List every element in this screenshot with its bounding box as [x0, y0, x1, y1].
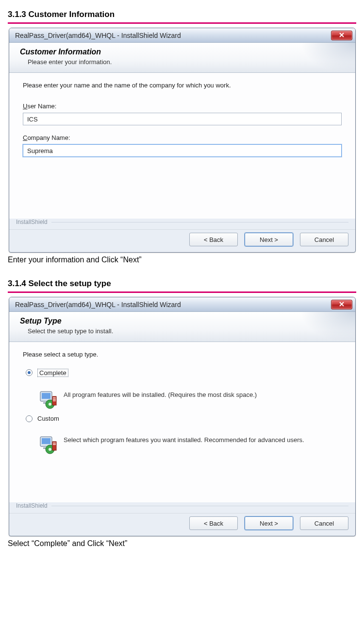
next-button[interactable]: Next >	[245, 516, 293, 530]
close-button[interactable]	[331, 31, 352, 40]
dialog-header-subtitle: Please enter your information.	[28, 58, 346, 66]
company-name-input[interactable]	[23, 144, 342, 157]
instruction-text: Please enter your name and the name of t…	[23, 82, 342, 89]
option-complete-description: All program features will be installed. …	[64, 390, 257, 410]
button-bar: < Back Next > Cancel	[9, 229, 355, 252]
section-heading-customer-info: 3.1.3 Customer Information	[8, 10, 356, 19]
feature-icon	[37, 435, 58, 455]
svg-rect-10	[42, 438, 50, 444]
dialog-setup-type: RealPass_Driver(amd64)_WHQL - InstallShi…	[9, 297, 356, 536]
back-button[interactable]: < Back	[189, 233, 238, 246]
dialog-body: Please enter your name and the name of t…	[9, 73, 355, 219]
installshield-footer: InstallShield	[9, 502, 355, 513]
window-title: RealPass_Driver(amd64)_WHQL - InstallShi…	[15, 32, 331, 39]
dialog-header-subtitle: Select the setup type to install.	[28, 327, 346, 335]
user-name-label: User Name:	[23, 103, 342, 110]
next-button[interactable]: Next >	[245, 233, 293, 246]
close-icon	[339, 31, 345, 39]
dialog-header: Customer Information Please enter your i…	[9, 43, 355, 73]
dialog-customer-info: RealPass_Driver(amd64)_WHQL - InstallShi…	[9, 28, 356, 253]
radio-custom[interactable]	[26, 415, 33, 422]
dialog-body: Please select a setup type. Complete	[9, 342, 355, 502]
option-custom-description: Select which program features you want i…	[64, 435, 304, 455]
close-icon	[339, 300, 345, 308]
dialog-header-title: Setup Type	[20, 317, 346, 325]
svg-rect-8	[53, 400, 56, 401]
caption-customer-info: Enter your information and Click “Next”	[8, 256, 356, 264]
user-name-input[interactable]	[23, 113, 342, 125]
feature-icon	[37, 390, 58, 410]
close-button[interactable]	[331, 300, 352, 309]
setup-option-custom: Custom Select which program featur	[23, 415, 342, 455]
svg-rect-15	[53, 443, 56, 444]
svg-point-13	[49, 448, 51, 451]
dialog-header-title: Customer Information	[20, 48, 346, 56]
radio-custom-label[interactable]: Custom	[37, 415, 59, 422]
button-bar: < Back Next > Cancel	[9, 513, 355, 536]
dialog-header: Setup Type Select the setup type to inst…	[9, 312, 355, 342]
radio-complete[interactable]	[26, 369, 33, 376]
svg-point-4	[49, 403, 51, 406]
company-name-label: Company Name:	[23, 134, 342, 141]
svg-rect-16	[53, 444, 56, 445]
caption-setup-type: Select “Complete” and Click “Next”	[8, 539, 356, 548]
setup-option-complete: Complete All program	[23, 369, 342, 410]
cancel-button[interactable]: Cancel	[300, 233, 348, 246]
section-rule	[8, 291, 356, 293]
window-title: RealPass_Driver(amd64)_WHQL - InstallShi…	[15, 301, 331, 308]
instruction-text: Please select a setup type.	[23, 351, 342, 358]
installshield-footer: InstallShield	[9, 219, 355, 229]
installshield-label: InstallShield	[16, 502, 48, 509]
installshield-label: InstallShield	[16, 219, 48, 225]
section-heading-setup-type: 3.1.4 Select the setup type	[8, 279, 356, 289]
cancel-button[interactable]: Cancel	[300, 516, 348, 530]
svg-rect-1	[42, 393, 50, 399]
titlebar: RealPass_Driver(amd64)_WHQL - InstallShi…	[9, 297, 355, 312]
svg-rect-6	[53, 397, 56, 398]
radio-complete-label[interactable]: Complete	[37, 369, 68, 377]
svg-rect-7	[53, 399, 56, 400]
back-button[interactable]: < Back	[189, 516, 238, 530]
titlebar: RealPass_Driver(amd64)_WHQL - InstallShi…	[9, 28, 355, 43]
section-rule	[8, 22, 356, 24]
